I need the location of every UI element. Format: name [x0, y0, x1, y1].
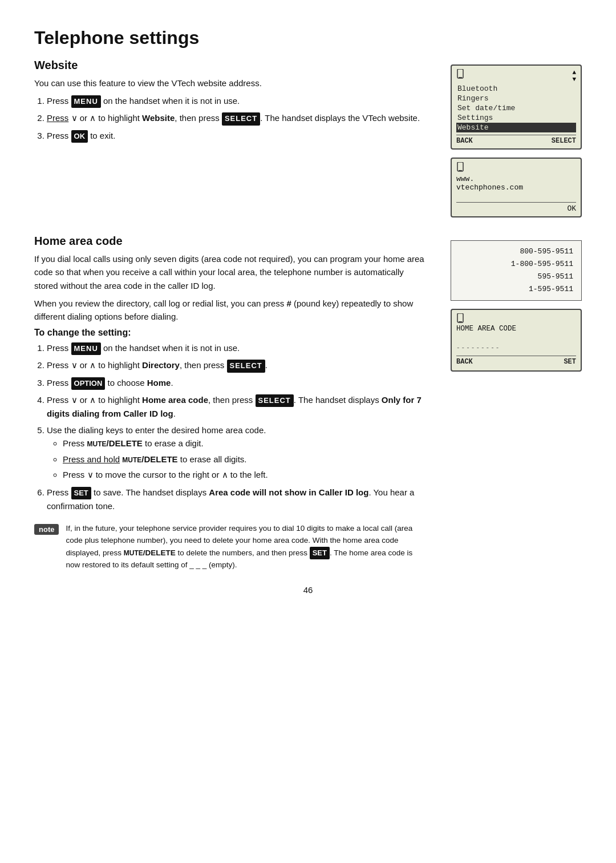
home-area-para2: When you review the directory, call log … [34, 297, 428, 324]
scroll-arrows-icon: ▲▼ [572, 69, 576, 83]
website-screens: ▲▼ Bluetooth Ringers Set date/time Setti… [451, 64, 582, 217]
mute-key-note: MUTE [124, 549, 143, 557]
lcd-ringers: Ringers [456, 94, 576, 103]
press-label: Press [47, 113, 68, 123]
svg-rect-0 [457, 69, 463, 78]
home-area-code-content: Home area code If you dial local calls u… [34, 235, 428, 571]
svg-rect-3 [459, 170, 462, 171]
home-area-code-section: Home area code If you dial local calls u… [34, 235, 582, 571]
home-area-screens: 800-595-9511 1-800-595-9511 595-9511 1-5… [451, 240, 582, 571]
lcd-website-selected: Website [456, 123, 576, 132]
page-title: Telephone settings [34, 27, 582, 49]
dialing-opt-3: 595-9511 [459, 271, 573, 283]
page-number: 46 [34, 585, 582, 595]
svg-rect-4 [457, 313, 463, 322]
dialing-opt-4: 1-595-9511 [459, 283, 573, 296]
phone-icon [456, 69, 464, 79]
bullet-cursor: Press ∨ to move the cursor to the right … [63, 468, 428, 481]
svg-rect-1 [459, 77, 462, 78]
mute-key-2: MUTE [122, 456, 141, 464]
website-step-1: Press MENU on the handset when it is not… [47, 94, 428, 108]
lcd-settings: Settings [456, 113, 576, 123]
select-key-2: SELECT [227, 360, 265, 372]
home-step-6: Press SET to save. The handset displays … [47, 486, 428, 513]
svg-rect-2 [457, 162, 463, 171]
home-step-2: Press ∨ or ∧ to highlight Directory, the… [47, 358, 428, 372]
home-step-5-bullets: Press MUTE/DELETE to erase a digit. Pres… [63, 437, 428, 481]
menu-key-2: MENU [71, 342, 101, 355]
lcd-url: vtechphones.com [456, 183, 576, 192]
note-box: note If, in the future, your telephone s… [34, 523, 428, 571]
lcd-back-btn-2: BACK [456, 358, 473, 366]
lcd-setdatetime: Set date/time [456, 103, 576, 113]
website-content: Website You can use this feature to view… [34, 59, 428, 217]
home-step-3: Press OPTION to choose Home. [47, 376, 428, 390]
lcd-back-btn: BACK [456, 137, 473, 145]
website-intro: You can use this feature to view the VTe… [34, 76, 428, 90]
set-key-note: SET [310, 547, 330, 559]
lcd-ok-btn: OK [567, 204, 576, 213]
arrow-up-4: ∧ [222, 470, 228, 479]
home-step-4: Press ∨ or ∧ to highlight Home area code… [47, 393, 428, 420]
bullet-erase-digit: Press MUTE/DELETE to erase a digit. [63, 437, 428, 450]
home-area-para1: If you dial local calls using only seven… [34, 252, 428, 292]
website-steps: Press MENU on the handset when it is not… [47, 94, 428, 142]
arrow-up-icon: ∧ [90, 113, 96, 123]
press-hold-label: Press and hold [63, 454, 120, 464]
note-text: If, in the future, your telephone servic… [66, 523, 428, 571]
arrow-down-3: ∨ [71, 395, 78, 405]
change-setting-heading: To change the setting: [34, 328, 428, 338]
home-step-1: Press MENU on the handset when it is not… [47, 341, 428, 355]
svg-rect-5 [459, 321, 462, 322]
lcd-home-screen: HOME AREA CODE --------- BACK SET [451, 309, 582, 372]
bullet-erase-all: Press and hold MUTE/DELETE to erase all … [63, 453, 428, 466]
website-step-2: Press ∨ or ∧ to highlight Website, then … [47, 111, 428, 125]
home-area-steps: Press MENU on the handset when it is not… [47, 341, 428, 513]
website-section: Website You can use this feature to view… [34, 59, 582, 217]
arrow-down-4: ∨ [87, 470, 94, 479]
arrow-down-icon: ∨ [71, 113, 78, 123]
select-key: SELECT [222, 112, 260, 125]
note-label: note [34, 524, 59, 535]
phone-icon-2 [456, 162, 464, 172]
home-area-code-heading: Home area code [34, 235, 428, 248]
home-step-5: Use the dialing keys to enter the desire… [47, 424, 428, 481]
arrow-up-3: ∧ [90, 395, 96, 405]
arrow-down-2: ∨ [71, 360, 78, 370]
website-step-3: Press OK to exit. [47, 129, 428, 143]
ok-key: OK [71, 130, 88, 143]
lcd-screen-1: ▲▼ Bluetooth Ringers Set date/time Setti… [451, 64, 582, 150]
mute-key-1: MUTE [87, 440, 107, 448]
lcd-set-btn: SET [564, 358, 576, 366]
lcd-bluetooth: Bluetooth [456, 84, 576, 94]
option-key: OPTION [71, 377, 106, 390]
arrow-up-2: ∧ [90, 360, 96, 370]
lcd-select-btn: SELECT [552, 137, 576, 145]
dialing-opt-1: 800-595-9511 [459, 245, 573, 258]
lcd-home-area-code-title: HOME AREA CODE [456, 325, 576, 333]
dialing-options-box: 800-595-9511 1-800-595-9511 595-9511 1-5… [451, 240, 582, 301]
phone-icon-3 [456, 313, 464, 324]
menu-key: MENU [71, 95, 101, 108]
lcd-www: www. [456, 175, 576, 183]
select-key-3: SELECT [256, 394, 294, 407]
dialing-opt-2: 1-800-595-9511 [459, 258, 573, 271]
set-key: SET [71, 487, 91, 499]
lcd-home-dots: --------- [456, 344, 576, 351]
lcd-screen-2: www. vtechphones.com OK [451, 158, 582, 217]
website-heading: Website [34, 59, 428, 72]
